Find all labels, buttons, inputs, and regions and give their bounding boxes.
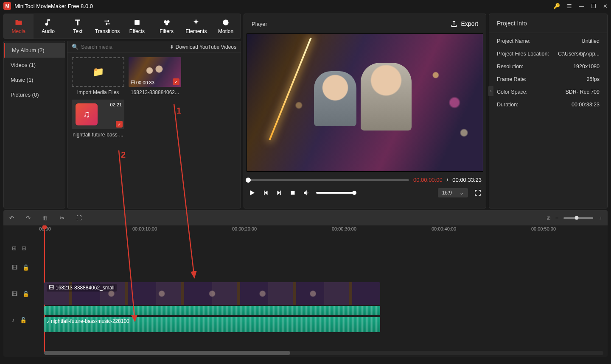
next-frame-button[interactable] [275,189,283,197]
delete-button[interactable]: 🗑 [42,215,48,221]
tab-filters-label: Filters [160,28,174,34]
project-info-title: Project Info [489,14,607,33]
media-item-music[interactable]: ♫ 02:21 ✓ nightfall-future-bass-... [72,100,124,138]
import-media-label: Import Media Files [77,89,119,95]
chevron-down-icon: ⌄ [460,190,464,196]
filters-icon [163,18,171,27]
app-logo-icon: M [3,2,11,10]
audio-clip-label: nightfall-future-bass-music-228100 [51,318,129,324]
info-row: Duration:00:00:33:23 [489,98,607,111]
video-clip-label: 168213-838884062_small [56,285,115,291]
sidebar-item-pictures[interactable]: Pictures (0) [4,87,65,102]
music-note-icon: ♫ [83,109,90,120]
player-panel: Player Export 00:00:00:00 / 00:00:33:23 [244,14,486,208]
stop-button[interactable] [289,189,297,197]
ruler-label: 00:00:50:00 [531,226,556,231]
music-duration: 02:21 [110,102,122,107]
key-icon[interactable]: 🔑 [553,3,560,9]
timeline: 00:00 00:00:10:00 00:00:20:00 00:00:30:0… [3,225,608,357]
seek-bar[interactable] [248,179,409,181]
arrows-icon [103,18,112,27]
svg-point-3 [165,22,168,25]
sidebar-item-videos[interactable]: Videos (1) [4,58,65,72]
lock-icon[interactable]: 🔓 [22,291,29,297]
lock-icon[interactable]: 🔓 [20,317,27,323]
video-clip-audio-wave[interactable] [44,306,380,315]
volume-slider[interactable] [316,192,354,194]
app-title: MiniTool MovieMaker Free 8.0.0 [14,3,553,9]
project-info-panel: Project Info Project Name:Untitled Proje… [489,14,608,208]
tab-motion[interactable]: Motion [211,14,241,39]
audio-track-icon[interactable]: ♪ [12,317,15,323]
video-track-icon[interactable]: 🎞 [12,291,17,297]
check-icon: ✓ [173,78,179,85]
export-label: Export [461,20,478,27]
tab-media[interactable]: Media [4,14,34,39]
fit-timeline-button[interactable]: ⎚ [547,215,550,221]
collapse-panel-button[interactable]: › [488,86,493,96]
tab-media-label: Media [12,28,26,34]
media-item-video[interactable]: 🎞00:00:33 ✓ 168213-838884062... [129,57,181,95]
tab-audio-label: Audio [42,28,55,34]
sidebar-item-music[interactable]: Music (1) [4,72,65,87]
menu-icon[interactable]: ☰ [567,3,572,9]
export-icon [450,20,458,28]
minimize-icon[interactable]: — [579,3,584,9]
audio-clip[interactable]: ♪nightfall-future-bass-music-228100 [44,317,380,332]
tab-elements[interactable]: Elements [182,14,211,39]
timeline-scrollbar[interactable] [44,351,603,355]
search-input[interactable] [81,44,132,50]
download-youtube-link[interactable]: ⬇ Download YouTube Videos [170,44,236,50]
lock-icon[interactable]: 🔓 [22,264,29,271]
aspect-ratio-select[interactable]: 16:9 ⌄ [438,188,468,197]
overlay-track-icon[interactable]: 🎞 [12,264,17,271]
player-title: Player [252,21,267,27]
tab-audio[interactable]: Audio [34,14,63,39]
annotation-number-2: 2 [121,150,126,160]
folder-icon: 📁 [92,67,104,78]
import-media-tile[interactable]: 📁 Import Media Files [72,57,124,95]
fullscreen-button[interactable] [474,189,482,197]
download-youtube-label: Download YouTube Videos [176,44,236,50]
tab-filters[interactable]: Filters [152,14,182,39]
tab-elements-label: Elements [185,28,207,34]
video-item-label: 168213-838884062... [131,89,179,95]
ruler-label: 00:00:10:00 [132,226,157,231]
crop-button[interactable]: ⛶ [76,215,82,221]
timeline-ruler[interactable]: 00:00 00:00:10:00 00:00:20:00 00:00:30:0… [41,225,608,242]
download-icon: ⬇ [170,44,174,50]
prev-frame-button[interactable] [262,189,269,197]
media-grid-panel: 🔍 ⬇ Download YouTube Videos 📁 Import Med… [67,41,241,208]
tab-effects[interactable]: Effects [122,14,152,39]
zoom-in-button[interactable]: + [598,215,602,221]
undo-button[interactable]: ↶ [9,215,14,221]
info-row: Frame Rate:25fps [489,73,607,86]
video-clip[interactable]: 🎞168213-838884062_small [44,282,380,305]
folder-icon [14,18,23,27]
cut-button[interactable]: ✂ [60,215,64,221]
svg-point-4 [223,19,228,25]
ruler-label: 00:00:30:00 [332,226,356,231]
zoom-out-button[interactable]: − [555,215,559,221]
media-sidebar: My Album (2) Videos (1) Music (1) Pictur… [3,41,65,208]
svg-rect-5 [291,191,295,195]
info-row: Resolution:1920x1080 [489,60,607,73]
time-total: 00:00:33:23 [452,177,482,183]
volume-icon[interactable] [303,189,310,197]
maximize-icon[interactable]: ❐ [591,3,596,9]
export-button[interactable]: Export [450,20,478,28]
tab-text[interactable]: Text [63,14,93,39]
zoom-slider[interactable] [563,217,593,219]
sidebar-item-my-album[interactable]: My Album (2) [4,43,65,58]
ruler-label: 00:00:20:00 [232,226,257,231]
player-preview[interactable] [247,33,483,172]
play-button[interactable] [248,189,256,197]
annotation-number-1: 1 [177,106,181,116]
close-icon[interactable]: ✕ [603,3,608,9]
add-track-below-icon[interactable]: ⊟ [22,245,26,251]
timeline-toolbar: ↶ ↷ 🗑 ✂ ⛶ ⎚ − + [3,210,608,225]
tab-effects-label: Effects [129,28,145,34]
add-track-above-icon[interactable]: ⊞ [12,245,17,251]
tab-transitions[interactable]: Transitions [92,14,122,39]
redo-button[interactable]: ↷ [26,215,31,221]
